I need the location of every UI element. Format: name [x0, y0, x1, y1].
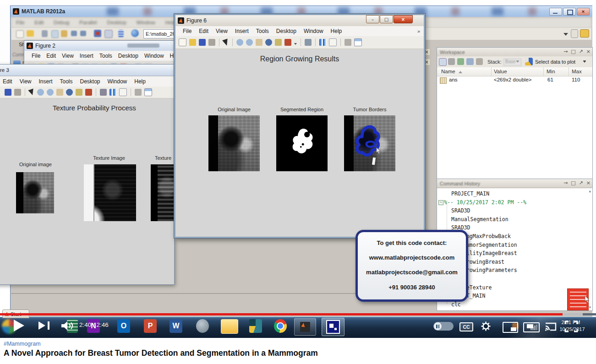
open-icon[interactable] — [189, 39, 196, 46]
refresh-icon[interactable] — [457, 58, 464, 65]
figure2-menubar[interactable]: File Edit View Insert Tools Desktop Wind… — [24, 51, 175, 61]
figure6-original-image[interactable] — [208, 115, 260, 171]
rotate3d-icon[interactable] — [265, 39, 272, 46]
captions-button[interactable]: CC — [459, 322, 473, 331]
copy-icon[interactable] — [51, 30, 59, 38]
menu-window[interactable]: Window — [108, 78, 127, 85]
paste-icon[interactable] — [61, 30, 67, 37]
menu-desktop[interactable]: Desktop — [276, 28, 296, 34]
link-plot-icon[interactable] — [100, 89, 107, 96]
snipping-tool-button-pressed[interactable] — [322, 318, 344, 336]
pointer-tool-icon[interactable] — [28, 88, 35, 96]
outlook-icon[interactable]: O — [117, 319, 130, 333]
menu-tools[interactable]: Tools — [99, 53, 112, 59]
zoom-in-icon[interactable] — [37, 89, 44, 96]
volume-icon[interactable] — [60, 321, 75, 331]
figure3-original-image[interactable] — [16, 172, 54, 213]
maximize-button[interactable] — [563, 8, 576, 16]
dock-arrow-icon[interactable]: → — [563, 49, 568, 54]
history-entry[interactable]: ManualSegmentation — [437, 215, 592, 224]
figure6-menubar[interactable]: File Edit View Insert Tools Desktop Wind… — [175, 26, 424, 37]
brush-dropdown-arrow[interactable] — [294, 43, 297, 45]
close-button[interactable]: × — [394, 15, 413, 23]
plot-dropdown-arrow[interactable] — [583, 60, 586, 63]
settings-gear-icon[interactable] — [481, 321, 491, 331]
zoom-out-icon[interactable] — [47, 89, 54, 96]
menu-edit[interactable]: Edit — [3, 78, 12, 85]
menu-edit[interactable]: Edit — [46, 53, 56, 59]
zoom-in-icon[interactable] — [236, 39, 243, 46]
menu-desktop[interactable]: Desktop — [107, 20, 126, 25]
col-value[interactable]: Value — [494, 69, 507, 74]
col-max[interactable]: Max — [572, 69, 582, 74]
data-cursor-icon[interactable] — [275, 39, 282, 46]
open-variable-icon[interactable] — [448, 58, 455, 65]
progress-bar-played[interactable] — [0, 313, 563, 315]
menu-window[interactable]: Window — [144, 53, 164, 59]
workspace-row[interactable]: ans <269x2 double> 61 110 — [437, 76, 592, 85]
link-plot-icon[interactable] — [305, 39, 312, 46]
menu-help[interactable]: Help — [134, 78, 146, 85]
data-cursor-icon[interactable] — [76, 89, 82, 96]
progress-bar-buffered[interactable] — [563, 313, 583, 315]
brush-icon[interactable] — [85, 89, 92, 96]
menu-parallel[interactable]: Parallel — [79, 20, 97, 25]
miniplayer-button[interactable] — [503, 322, 518, 333]
history-entry[interactable]: PROJECT_MAIN — [437, 190, 592, 198]
maximize-panel-icon[interactable]: □ — [571, 180, 575, 186]
menu-tools[interactable]: Tools — [60, 78, 73, 85]
figure3-texture-image[interactable] — [84, 164, 136, 221]
zoom-out-icon[interactable] — [246, 39, 253, 46]
help-globe-icon[interactable] — [131, 29, 139, 37]
undock-icon[interactable]: ↗ — [579, 49, 583, 54]
new-variable-icon[interactable] — [439, 58, 447, 66]
figure3-titlebar[interactable]: re 3 — [0, 65, 174, 76]
scroll-up-icon[interactable]: ▴ — [589, 189, 591, 193]
print-icon[interactable] — [208, 39, 215, 46]
col-name[interactable]: Name — [441, 69, 455, 74]
menu-edit[interactable]: Edit — [199, 28, 208, 34]
history-entry[interactable]: SRAD3D — [437, 206, 592, 215]
scroll-down-icon[interactable]: ▾ — [589, 305, 591, 310]
plot-tools-icon[interactable] — [354, 38, 362, 46]
menu-overflow-icon[interactable]: » — [417, 28, 420, 34]
menu-insert[interactable]: Insert — [80, 53, 93, 59]
browse-folder-icon[interactable] — [580, 29, 589, 38]
word-icon[interactable]: W — [170, 319, 182, 333]
workspace-column-headers[interactable]: Name Value Min Max — [437, 67, 592, 76]
menu-file[interactable]: File — [183, 28, 191, 34]
cut-icon[interactable] — [42, 30, 48, 37]
menu-view[interactable]: View — [216, 28, 228, 34]
close-panel-icon[interactable]: × — [586, 180, 591, 186]
menu-insert[interactable]: Insert — [38, 78, 52, 85]
history-timestamp[interactable]: – %-- 10/25/2017 2:02 PM --% — [437, 198, 592, 207]
minimize-button[interactable]: – — [366, 15, 379, 23]
legend-icon[interactable] — [119, 88, 127, 96]
command-history-header[interactable]: Command History → □ ↗ × — [437, 179, 592, 188]
hashtag-link[interactable]: #Mammogram — [4, 341, 41, 347]
close-panel-icon[interactable]: × — [586, 49, 591, 54]
redo-icon[interactable] — [80, 31, 86, 36]
stack-dropdown-arrow[interactable] — [516, 60, 519, 63]
plot-picker-icon[interactable] — [525, 58, 533, 65]
menu-file[interactable]: File — [32, 53, 40, 59]
figure3-menubar[interactable]: Edit View Insert Tools Desktop Window He… — [0, 76, 174, 87]
next-button[interactable] — [38, 321, 49, 331]
menu-help[interactable]: Help — [331, 28, 342, 34]
select-data-to-plot-button[interactable]: Select data to plot — [535, 59, 575, 65]
menu-edit[interactable]: Edit — [35, 20, 44, 25]
menu-debug[interactable]: Debug — [54, 20, 69, 25]
simulink-icon[interactable] — [94, 30, 101, 37]
colorbar-icon[interactable] — [319, 39, 326, 46]
autoplay-toggle[interactable] — [433, 322, 454, 331]
legend-icon[interactable] — [329, 38, 337, 46]
paste-icon[interactable] — [476, 58, 483, 65]
new-file-icon[interactable] — [16, 30, 24, 38]
menu-view[interactable]: View — [20, 78, 32, 85]
menu-view[interactable]: View — [62, 53, 74, 59]
play-button[interactable] — [14, 320, 24, 331]
folder-dropdown-arrow[interactable] — [563, 33, 568, 36]
undo-icon[interactable] — [71, 31, 77, 36]
colorbar-icon[interactable] — [109, 89, 116, 96]
progress-bar-remaining[interactable] — [583, 313, 596, 315]
